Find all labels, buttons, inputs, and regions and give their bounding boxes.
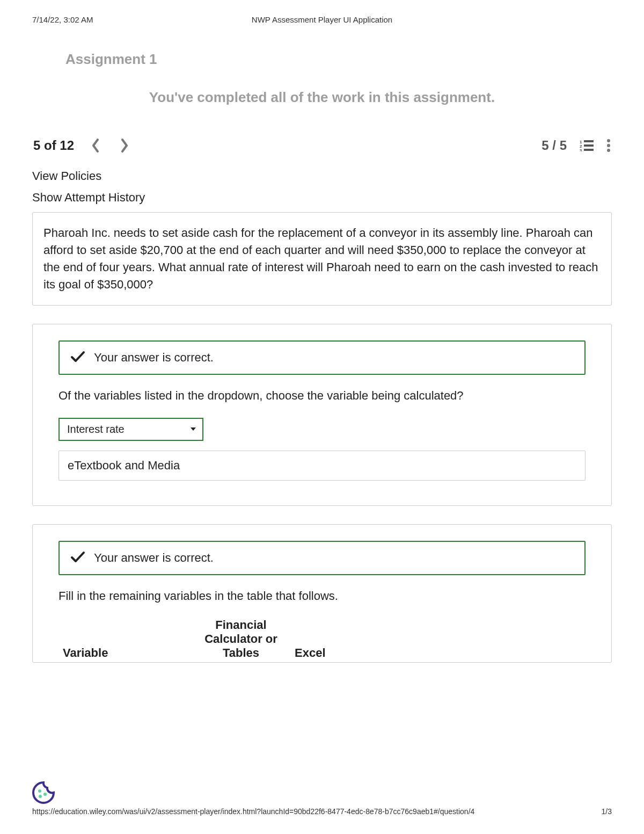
question-text: Pharoah Inc. needs to set aside cash for… (43, 224, 601, 293)
th-variable: Variable (58, 618, 198, 660)
variable-table-header: Variable Financial Calculator or Tables … (58, 618, 586, 660)
check-icon (70, 550, 85, 565)
assignment-title: Assignment 1 (65, 51, 612, 68)
part1-card: Your answer is correct. Of the variables… (32, 324, 612, 506)
more-vertical-icon (606, 139, 611, 153)
question-card: Pharoah Inc. needs to set aside cash for… (32, 212, 612, 306)
chevron-left-icon (91, 139, 100, 153)
correct-message: Your answer is correct. (94, 551, 214, 565)
svg-rect-1 (584, 140, 594, 142)
completion-message: You've completed all of the work in this… (32, 89, 612, 106)
cookie-settings-button[interactable] (31, 780, 56, 805)
svg-point-9 (38, 789, 41, 793)
attempt-history-link[interactable]: Show Attempt History (32, 191, 612, 205)
prev-question-button[interactable] (88, 138, 103, 153)
svg-text:3: 3 (580, 148, 582, 151)
print-footer: https://education.wiley.com/was/ui/v2/as… (32, 807, 612, 816)
footer-page: 1/3 (602, 807, 612, 816)
list-icon: 1 2 3 (580, 140, 594, 151)
th-excel: Excel (284, 618, 343, 660)
question-nav-bar: 5 of 12 5 / 5 1 2 3 (32, 138, 612, 153)
more-menu-button[interactable] (606, 139, 611, 153)
chevron-down-icon (189, 425, 197, 433)
correct-message: Your answer is correct. (94, 351, 214, 365)
svg-point-8 (607, 149, 610, 152)
svg-point-6 (607, 139, 610, 142)
etextbook-media-link[interactable]: eTextbook and Media (58, 451, 586, 481)
footer-url: https://education.wiley.com/was/ui/v2/as… (32, 807, 474, 816)
print-timestamp: 7/14/22, 3:02 AM (32, 15, 140, 24)
question-list-button[interactable]: 1 2 3 (580, 140, 594, 151)
score-display: 5 / 5 (541, 138, 567, 153)
part1-prompt: Of the variables listed in the dropdown,… (58, 389, 586, 403)
variable-select[interactable]: Interest rate (58, 418, 203, 441)
check-icon (70, 350, 85, 365)
svg-point-10 (43, 793, 47, 796)
th-financial: Financial Calculator or Tables (198, 618, 284, 660)
next-question-button[interactable] (117, 138, 132, 153)
cookie-icon (31, 780, 56, 805)
svg-point-11 (39, 795, 42, 798)
question-counter: 5 of 12 (33, 138, 74, 153)
svg-point-7 (607, 144, 610, 147)
part2-card: Your answer is correct. Fill in the rema… (32, 524, 612, 663)
svg-rect-3 (584, 144, 594, 147)
print-title: NWP Assessment Player UI Application (140, 15, 504, 24)
chevron-right-icon (120, 139, 129, 153)
view-policies-link[interactable]: View Policies (32, 169, 612, 183)
part2-prompt: Fill in the remaining variables in the t… (58, 589, 586, 603)
print-header: 7/14/22, 3:02 AM NWP Assessment Player U… (0, 0, 644, 24)
correct-banner: Your answer is correct. (58, 340, 586, 375)
svg-rect-5 (584, 149, 594, 151)
correct-banner: Your answer is correct. (58, 541, 586, 575)
select-value: Interest rate (67, 423, 125, 436)
